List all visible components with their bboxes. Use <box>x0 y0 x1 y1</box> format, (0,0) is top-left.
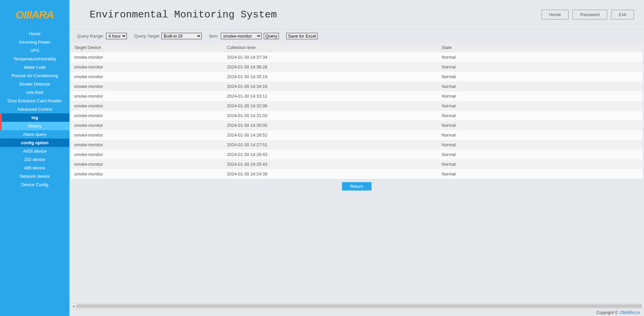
sidebar-item-label: Temperature/Humidity <box>13 56 56 61</box>
scroll-left-arrow-icon[interactable]: ◄ <box>71 304 76 309</box>
sidebar-item-infa-red[interactable]: Infa-Red <box>0 88 69 97</box>
table-scroll[interactable]: Target Device Collection time State smok… <box>71 43 643 180</box>
sidebar-item-label: Door Entrance Card Reader <box>8 98 62 103</box>
return-button[interactable]: Return <box>342 182 371 191</box>
cell-time: 2024-01-30 14:35:19 <box>224 72 438 82</box>
cell-device: smoke-monitor <box>71 111 224 120</box>
sidebar-item-history[interactable]: History <box>0 122 69 130</box>
content: Query Range: 4 hours Query Target Built-… <box>69 30 644 309</box>
sidebar-item-ups[interactable]: UPS <box>0 46 69 55</box>
sidebar-item-label: Device Config <box>21 182 48 187</box>
cell-device: smoke-monitor <box>71 120 224 130</box>
query-bar: Query Range: 4 hours Query Target Built-… <box>71 30 643 43</box>
table-row: smoke-monitor2024-01-30 14:28:52Normal <box>71 130 643 140</box>
cell-device: smoke-monitor <box>71 82 224 91</box>
cell-device: smoke-monitor <box>71 150 224 159</box>
sidebar-item-label: Water Leak <box>24 65 46 70</box>
cell-time: 2024-01-30 14:37:34 <box>224 52 438 62</box>
cell-device: smoke-monitor <box>71 62 224 72</box>
cell-time: 2024-01-30 14:32:06 <box>224 101 438 111</box>
sidebar-item-device-config[interactable]: Device Config <box>0 180 69 189</box>
cell-state: Normal <box>438 82 643 91</box>
cell-state: Normal <box>438 120 643 130</box>
cell-device: smoke-monitor <box>71 72 224 82</box>
cell-device: smoke-monitor <box>71 140 224 150</box>
footer: Copyright © OMARA.cn <box>69 309 644 316</box>
query-item-select[interactable]: smoke-monitor <box>221 33 262 39</box>
table-row: smoke-monitor2024-01-30 14:31:03Normal <box>71 111 643 120</box>
header: Environmental Monitoring System Home Pas… <box>69 0 644 30</box>
cell-state: Normal <box>438 101 643 111</box>
sidebar-item-network-device[interactable]: Network device <box>0 172 69 180</box>
table-row: smoke-monitor2024-01-30 14:34:16Normal <box>71 82 643 91</box>
query-item-label: Item: <box>209 34 219 39</box>
sidebar-item-label: Incoming Power <box>19 40 50 45</box>
sidebar-item-label: 485 device <box>24 165 45 170</box>
sidebar-item-485-device[interactable]: 485 device <box>0 164 69 172</box>
home-button[interactable]: Home <box>542 10 569 19</box>
cell-device: smoke-monitor <box>71 101 224 111</box>
cell-device: smoke-monitor <box>71 91 224 101</box>
cell-state: Normal <box>438 52 643 62</box>
table-row: smoke-monitor2024-01-30 14:24:39Normal <box>71 169 643 179</box>
sidebar-item-alarm-query[interactable]: Alarm query <box>0 130 69 139</box>
header-buttons: Home Password Exit <box>542 10 634 19</box>
copyright-text: Copyright © <box>596 310 618 315</box>
logo-area: OIIIARA <box>0 0 69 30</box>
col-header-device: Target Device <box>71 43 224 52</box>
sidebar: OIIIARA HomeIncoming PowerUPSTemperature… <box>0 0 69 316</box>
sidebar-item-temperature-humidity[interactable]: Temperature/Humidity <box>0 55 69 63</box>
sidebar-item-label: Smoke Detector <box>19 82 50 87</box>
sidebar-item-label: Precise Air-Conditioning <box>11 73 58 78</box>
cell-device: smoke-monitor <box>71 130 224 140</box>
return-row: Return <box>71 180 643 193</box>
horizontal-scrollbar[interactable]: ◄ <box>71 303 643 309</box>
sidebar-item-label: Advanced Control <box>17 107 52 112</box>
table-row: smoke-monitor2024-01-30 14:33:11Normal <box>71 91 643 101</box>
cell-device: smoke-monitor <box>71 169 224 179</box>
cell-device: smoke-monitor <box>71 159 224 169</box>
cell-time: 2024-01-30 14:25:43 <box>224 159 438 169</box>
table-row: smoke-monitor2024-01-30 14:25:43Normal <box>71 159 643 169</box>
scroll-thumb[interactable] <box>76 304 642 308</box>
sidebar-item-home[interactable]: Home <box>0 30 69 38</box>
active-indicator <box>0 113 2 122</box>
query-target-select[interactable]: Built-in DI <box>161 33 202 39</box>
query-range-select[interactable]: 4 hours <box>106 33 127 39</box>
table-row: smoke-monitor2024-01-30 14:32:06Normal <box>71 101 643 111</box>
cell-time: 2024-01-30 14:31:03 <box>224 111 438 120</box>
table-row: smoke-monitor2024-01-30 14:30:00Normal <box>71 120 643 130</box>
cell-state: Normal <box>438 62 643 72</box>
cell-time: 2024-01-30 14:34:16 <box>224 82 438 91</box>
query-target-label: Query Target <box>134 34 159 39</box>
table-row: smoke-monitor2024-01-30 14:37:34Normal <box>71 52 643 62</box>
sidebar-item-ai-di-device[interactable]: AI/DI device <box>0 147 69 155</box>
nav: HomeIncoming PowerUPSTemperature/Humidit… <box>0 30 69 316</box>
cell-time: 2024-01-30 14:27:51 <box>224 140 438 150</box>
query-button[interactable]: Query <box>264 33 279 39</box>
sidebar-item-config-option[interactable]: config option <box>0 139 69 147</box>
sidebar-item-door-entrance-card-reader[interactable]: Door Entrance Card Reader <box>0 97 69 105</box>
main: Environmental Monitoring System Home Pas… <box>69 0 644 316</box>
footer-link[interactable]: OMARA.cn <box>620 310 640 315</box>
sidebar-item-smoke-detector[interactable]: Smoke Detector <box>0 80 69 88</box>
save-excel-button[interactable]: Save for Excel <box>286 33 318 39</box>
sidebar-item-label: Network device <box>20 174 50 179</box>
cell-time: 2024-01-30 14:36:26 <box>224 62 438 72</box>
cell-time: 2024-01-30 14:30:00 <box>224 120 438 130</box>
cell-time: 2024-01-30 14:24:39 <box>224 169 438 179</box>
page-title: Environmental Monitoring System <box>90 9 542 20</box>
cell-time: 2024-01-30 14:26:43 <box>224 150 438 159</box>
sidebar-item-label: History <box>28 123 41 128</box>
sidebar-item-label: Home <box>29 31 41 36</box>
sidebar-item-log[interactable]: log <box>0 113 69 122</box>
sidebar-item-incoming-power[interactable]: Incoming Power <box>0 38 69 46</box>
exit-button[interactable]: Exit <box>611 10 634 19</box>
sidebar-item-precise-air-conditioning[interactable]: Precise Air-Conditioning <box>0 71 69 80</box>
cell-state: Normal <box>438 111 643 120</box>
password-button[interactable]: Password <box>573 10 607 19</box>
sidebar-item-232-device[interactable]: 232 device <box>0 155 69 164</box>
table-row: smoke-monitor2024-01-30 14:27:51Normal <box>71 140 643 150</box>
sidebar-item-water-leak[interactable]: Water Leak <box>0 63 69 71</box>
sidebar-item-advanced-control[interactable]: Advanced Control <box>0 105 69 113</box>
